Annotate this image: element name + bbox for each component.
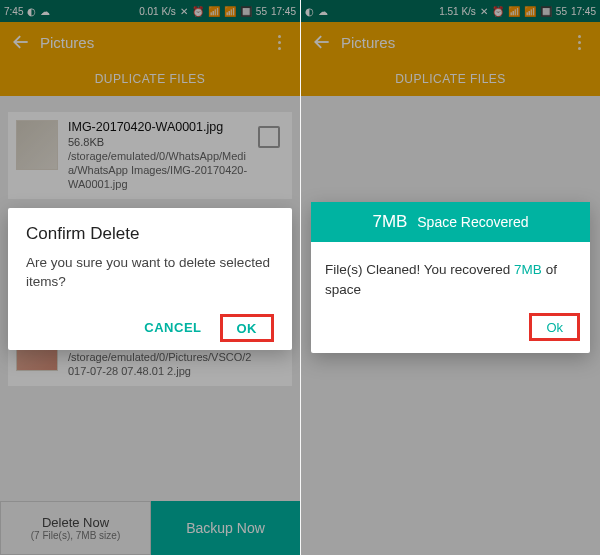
dialog-title: Confirm Delete <box>26 224 274 244</box>
ok-button[interactable]: Ok <box>536 314 573 341</box>
cancel-button[interactable]: CANCEL <box>134 314 211 341</box>
space-recovered-dialog: 7MB Space Recovered File(s) Cleaned! You… <box>311 202 590 353</box>
screen-space-recovered: ◐ ☁ 1.51 K/s ✕ ⏰ 📶 📶 🔲 55 17:45 Pictures <box>300 0 600 555</box>
dialog-header: 7MB Space Recovered <box>311 202 590 242</box>
dialog-body: File(s) Cleaned! You recovered 7MB of sp… <box>311 242 590 307</box>
ok-highlight: Ok <box>529 313 580 341</box>
recovered-amount: 7MB <box>372 212 407 231</box>
recovered-amount-inline: 7MB <box>514 262 542 277</box>
screen-confirm-delete: 7:45 ◐ ☁ 0.01 K/s ✕ ⏰ 📶 📶 🔲 55 17:45 Pic… <box>0 0 300 555</box>
ok-button[interactable]: OK <box>227 315 268 342</box>
ok-highlight: OK <box>220 314 275 342</box>
confirm-delete-dialog: Confirm Delete Are you sure you want to … <box>8 208 292 350</box>
recovered-label: Space Recovered <box>417 214 528 230</box>
dialog-message: Are you sure you want to delete selected… <box>26 254 274 292</box>
